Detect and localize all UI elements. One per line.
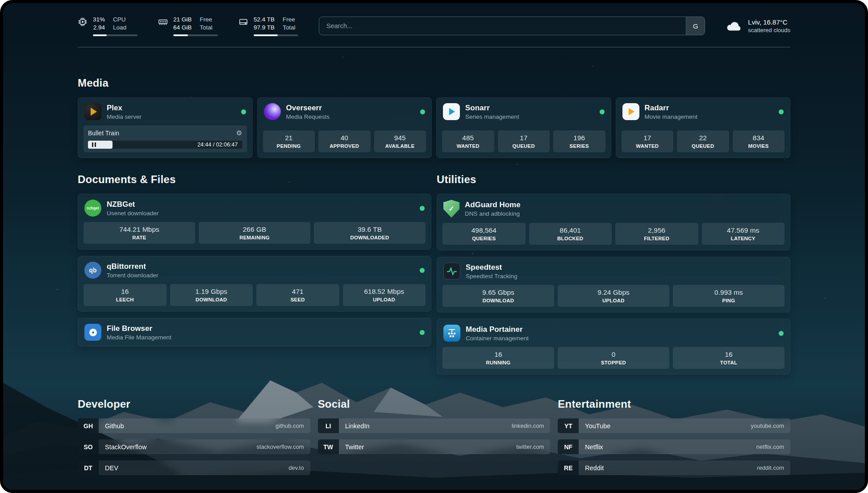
service-link-portainer[interactable]: Media Portainer Container management xyxy=(437,319,790,347)
section-title-social: Social xyxy=(318,398,551,410)
memory-widget: 21 GiB 64 GiB Free Total xyxy=(158,16,218,36)
service-name: Radarr xyxy=(645,104,698,113)
service-subtitle: Media Requests xyxy=(286,113,330,120)
section-title-entertainment: Entertainment xyxy=(558,398,790,410)
cloud-icon xyxy=(726,19,743,33)
bookmark-row-netflix[interactable]: NF Netflix netflix.com xyxy=(558,439,790,454)
status-dot xyxy=(420,330,425,335)
stat-box: 266 GBREMAINING xyxy=(199,222,310,244)
stat-box: 16TOTAL xyxy=(673,347,785,369)
bookmark-row-linkedin[interactable]: LI LinkedIn linkedin.com xyxy=(318,418,551,433)
stat-box: 17WANTED xyxy=(622,130,674,152)
ram-icon xyxy=(158,17,168,27)
bookmark-abbr: LI xyxy=(318,418,339,433)
section-title-documents: Documents & Files xyxy=(78,173,431,186)
bookmark-row-stackoverflow[interactable]: SO StackOverflow stackoverflow.com xyxy=(78,439,310,454)
bookmark-name: YouTube xyxy=(579,418,744,433)
service-subtitle: Usenet downloader xyxy=(107,210,159,217)
stat-box: 47.569 msLATENCY xyxy=(702,223,785,245)
service-link-plex[interactable]: Plex Media server xyxy=(78,98,252,125)
status-dot xyxy=(779,109,784,114)
bookmark-url: netflix.com xyxy=(750,439,790,454)
stat-box: 16RUNNING xyxy=(442,347,554,369)
bookmark-name: Reddit xyxy=(579,460,751,475)
service-name: File Browser xyxy=(107,324,171,333)
bookmark-row-twitter[interactable]: TW Twitter twitter.com xyxy=(318,439,551,454)
stat-box: 0.993 msPING xyxy=(673,285,785,307)
bookmark-row-dev[interactable]: DT DEV dev.to xyxy=(78,460,310,475)
stat-box: 196SERIES xyxy=(553,130,605,152)
bookmark-abbr: RE xyxy=(558,460,579,475)
section-title-media: Media xyxy=(78,77,790,89)
qbittorrent-icon: qb xyxy=(84,262,101,279)
nzbget-icon: nzbget xyxy=(84,200,101,217)
service-link-filebrowser[interactable]: File Browser Media File Management xyxy=(78,318,431,346)
service-link-speedtest[interactable]: Speedtest Speedtest Tracking xyxy=(437,257,790,285)
service-link-nzbget[interactable]: nzbget NZBGet Usenet downloader xyxy=(78,194,431,222)
cpu-load-value: 2.94 xyxy=(93,24,105,32)
playback-time: 24:44 / 02:06:47 xyxy=(197,142,238,148)
cpu-icon xyxy=(78,17,88,27)
service-subtitle: DNS and adblocking xyxy=(465,210,521,217)
status-dot xyxy=(420,206,425,211)
memory-free-label: Free xyxy=(200,16,213,24)
overseerr-icon xyxy=(264,103,281,120)
stat-box: 618.52 MbpsUPLOAD xyxy=(343,284,426,306)
bookmark-url: stackoverflow.com xyxy=(250,439,310,454)
cpu-label: CPU xyxy=(113,16,126,24)
service-link-radarr[interactable]: Radarr Movie management xyxy=(616,98,790,125)
service-name: AdGuard Home xyxy=(465,201,521,209)
stat-box: 744.21 MbpsRATE xyxy=(83,222,195,244)
bookmark-abbr: GH xyxy=(78,418,99,433)
bookmark-name: Netflix xyxy=(579,439,750,454)
memory-total-label: Total xyxy=(200,24,213,32)
settings-icon[interactable]: ⚙ xyxy=(236,129,242,137)
bookmark-row-reddit[interactable]: RE Reddit reddit.com xyxy=(558,460,790,475)
service-link-qbittorrent[interactable]: qb qBittorrent Torrent downloader xyxy=(78,256,431,284)
status-dot xyxy=(420,109,425,114)
status-dot xyxy=(600,109,605,114)
memory-progress-bar xyxy=(173,34,218,36)
service-name: Media Portainer xyxy=(466,325,529,334)
disk-total-value: 97.9 TB xyxy=(254,24,275,32)
bookmark-row-youtube[interactable]: YT YouTube youtube.com xyxy=(558,418,790,433)
filebrowser-icon xyxy=(84,324,101,341)
status-dot xyxy=(420,268,425,273)
service-subtitle: Container management xyxy=(466,335,529,342)
bookmark-name: Twitter xyxy=(339,439,510,454)
memory-total-value: 64 GiB xyxy=(173,24,192,32)
bookmark-url: reddit.com xyxy=(751,460,790,475)
service-card-qbittorrent: qb qBittorrent Torrent downloader 16LEEC… xyxy=(78,256,431,312)
bookmark-row-github[interactable]: GH Github github.com xyxy=(78,418,310,433)
bookmark-abbr: DT xyxy=(78,460,99,475)
stat-box: 9.24 GbpsUPLOAD xyxy=(558,285,669,307)
search-input[interactable] xyxy=(319,17,705,35)
stat-box: 86,401BLOCKED xyxy=(529,223,612,245)
service-link-overseerr[interactable]: Overseerr Media Requests xyxy=(258,98,432,125)
speedtest-icon xyxy=(443,263,460,280)
disk-free-label: Free xyxy=(283,16,296,24)
status-dot xyxy=(779,331,784,336)
stat-box: 17QUEUED xyxy=(498,130,550,152)
disk-free-value: 52.4 TB xyxy=(254,16,275,24)
service-name: Sonarr xyxy=(465,104,519,113)
pause-icon[interactable] xyxy=(92,142,96,147)
service-card-radarr: Radarr Movie management 17WANTED 22QUEUE… xyxy=(616,97,791,158)
disk-icon xyxy=(238,17,248,27)
disk-total-label: Total xyxy=(283,24,296,32)
stat-box: 834MOVIES xyxy=(733,130,785,152)
service-name: Overseerr xyxy=(286,104,330,113)
radarr-icon xyxy=(622,103,639,120)
snow-flecks xyxy=(3,3,4,4)
service-name: NZBGet xyxy=(107,200,159,209)
service-name: qBittorrent xyxy=(107,262,159,271)
bookmark-name: StackOverflow xyxy=(99,439,250,454)
cpu-usage-value: 31% xyxy=(93,16,105,24)
playback-progress-bar[interactable]: 24:44 / 02:06:47 xyxy=(88,141,242,149)
dashboard-window: 31% 2.94 CPU Load xyxy=(0,0,868,493)
weather-condition: scattered clouds xyxy=(748,27,790,33)
search-provider-button[interactable]: G xyxy=(686,17,705,35)
status-dot xyxy=(241,109,246,114)
service-link-adguard[interactable]: ✓ AdGuard Home DNS and adblocking xyxy=(437,194,790,223)
service-link-sonarr[interactable]: Sonarr Series management xyxy=(437,98,611,125)
